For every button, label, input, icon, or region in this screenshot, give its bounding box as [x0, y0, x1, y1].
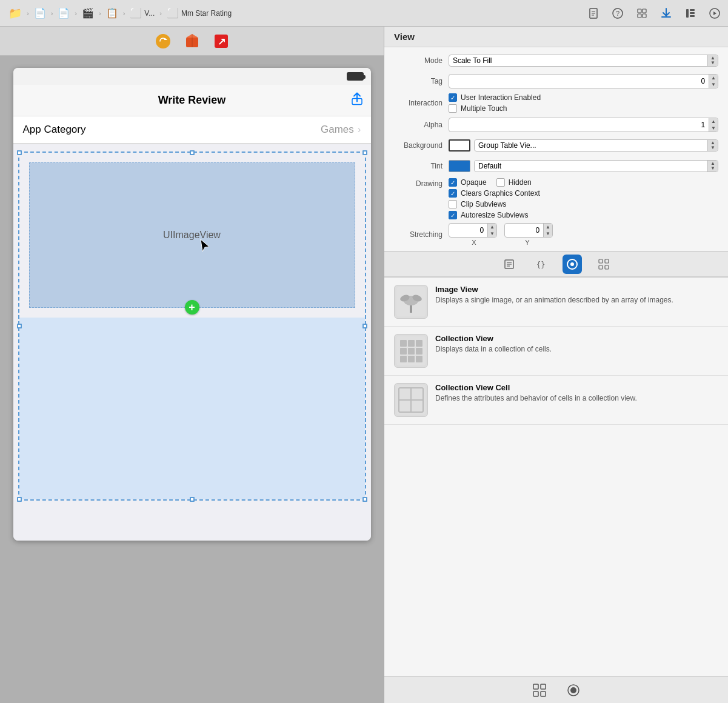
handle-top-right[interactable]	[362, 150, 367, 155]
stretching-x-input[interactable]: 0 ▲▼	[449, 223, 497, 238]
alpha-stepper[interactable]: ▲ ▼	[709, 118, 718, 132]
tint-select[interactable]: Default ▲ ▼	[474, 160, 718, 172]
breadcrumb-folder[interactable]: 📁	[5, 5, 25, 21]
handle-bottom-middle[interactable]	[190, 497, 195, 502]
multiple-touch-row: Multiple Touch	[449, 104, 541, 113]
tag-control: 0 ▲ ▼	[449, 74, 718, 88]
forward-button[interactable]	[706, 5, 723, 22]
clears-graphics-checkbox[interactable]: ✓	[449, 189, 457, 198]
breadcrumb-item-1[interactable]: 📄	[30, 6, 50, 20]
svg-rect-5	[638, 14, 641, 18]
handle-middle-left[interactable]	[17, 324, 22, 328]
svg-rect-28	[605, 259, 609, 263]
collectionview-desc: Displays data in a collection of cells.	[435, 344, 718, 355]
selection-area: UIImageView +	[18, 152, 366, 501]
opaque-checkbox[interactable]: ✓	[449, 178, 457, 187]
svg-point-26	[570, 262, 574, 266]
inspector-header: View	[384, 27, 728, 47]
svg-point-55	[570, 687, 576, 693]
svg-rect-27	[599, 259, 603, 263]
svg-rect-7	[686, 9, 689, 18]
handle-top-middle[interactable]	[190, 150, 195, 155]
multiple-touch-checkbox[interactable]	[449, 104, 457, 113]
cursor	[198, 238, 210, 255]
alpha-row: Alpha 1 ▲ ▼	[394, 116, 718, 133]
imageview-title-text: Image View	[435, 285, 478, 294]
background-arrows[interactable]: ▲ ▼	[707, 140, 718, 151]
handle-bottom-left[interactable]	[17, 497, 22, 502]
tint-swatch[interactable]	[449, 160, 470, 172]
svg-rect-6	[643, 14, 646, 18]
doc-icon-1: 📄	[34, 7, 46, 19]
alpha-input[interactable]: 1 ▲ ▼	[449, 118, 718, 132]
breadcrumb-item-2[interactable]: 📄	[54, 6, 73, 20]
clears-graphics-row: ✓ Clears Graphics Context	[449, 189, 540, 198]
canvas-toolbar: ↗	[0, 27, 384, 56]
stretching-x-stepper[interactable]: ▲▼	[487, 224, 496, 237]
background-swatch[interactable]	[449, 139, 470, 152]
collectionview-text: Collection View Displays data in a colle…	[435, 334, 718, 355]
tag-stepper[interactable]: ▲ ▼	[709, 75, 718, 88]
download-button[interactable]	[658, 5, 675, 22]
svg-rect-8	[690, 9, 695, 11]
share-button[interactable]	[350, 92, 364, 109]
tab-size[interactable]	[563, 255, 582, 274]
inspector-tabs: {}	[384, 252, 728, 277]
clears-graphics-label: Clears Graphics Context	[461, 189, 540, 198]
help-button[interactable]: ?	[609, 5, 626, 22]
mode-arrows[interactable]: ▲ ▼	[707, 55, 718, 66]
library-item-collectionview[interactable]: Collection View Displays data in a colle…	[384, 327, 728, 376]
collectionviewcell-desc: Defines the attributes and behavior of c…	[435, 393, 718, 404]
library-item-collectionviewcell[interactable]: Collection View Cell Defines the attribu…	[384, 376, 728, 425]
svg-text:{}: {}	[536, 261, 545, 269]
tint-arrows[interactable]: ▲ ▼	[707, 161, 718, 172]
handle-bottom-right[interactable]	[362, 497, 367, 502]
svg-rect-52	[533, 691, 538, 696]
clip-subviews-checkbox[interactable]	[449, 200, 457, 208]
tab-connections[interactable]	[594, 255, 613, 274]
exit-tool-button[interactable]: ↗	[212, 32, 231, 51]
app-category-value: Games ›	[321, 124, 361, 136]
tag-input[interactable]: 0 ▲ ▼	[449, 74, 718, 88]
handle-middle-right[interactable]	[362, 324, 367, 328]
mode-control: Scale To Fill ▲ ▼	[449, 55, 718, 67]
user-interaction-checkbox[interactable]: ✓	[449, 93, 457, 102]
chevron-right-icon: ›	[358, 124, 361, 136]
record-bottom-button[interactable]	[564, 681, 583, 700]
autoresize-checkbox[interactable]: ✓	[449, 211, 457, 219]
cube-tool-button[interactable]	[182, 32, 202, 51]
list-icon: 📋	[106, 7, 118, 19]
film-icon: 🎬	[82, 7, 94, 19]
stretching-y-stepper[interactable]: ▲▼	[543, 224, 552, 237]
inspector-button[interactable]	[682, 5, 699, 22]
breadcrumb-item-5[interactable]: ⬜ V...	[126, 6, 158, 20]
grid-bottom-button[interactable]	[530, 681, 549, 700]
imageview-desc: Displays a single image, or an animation…	[435, 295, 718, 305]
tab-identity[interactable]: {}	[531, 255, 550, 274]
library-item-imageview[interactable]: Image View Displays a single image, or a…	[384, 278, 728, 327]
breadcrumb-item-4[interactable]: 📋	[102, 6, 122, 20]
tab-attributes[interactable]	[499, 255, 519, 274]
inspector-title: View	[394, 32, 415, 42]
stretching-y-input[interactable]: 0 ▲▼	[504, 223, 553, 238]
breadcrumb-item-6[interactable]: ⬜ Mm Star Rating	[163, 6, 235, 20]
mode-select[interactable]: Scale To Fill ▲ ▼	[449, 55, 718, 67]
iphone-status-bar	[13, 68, 371, 85]
stretching-y-value: 0	[505, 225, 543, 236]
app-category-row[interactable]: App Category Games ›	[13, 116, 371, 144]
uiimageview-box[interactable]: UIImageView +	[29, 162, 355, 308]
rotate-tool-button[interactable]	[153, 32, 173, 51]
hidden-checkbox[interactable]	[496, 178, 505, 187]
breadcrumb-item-3[interactable]: 🎬	[78, 6, 98, 20]
stretching-y-label: Y	[504, 239, 550, 246]
stretching-x-value: 0	[449, 225, 487, 236]
background-select[interactable]: Group Table Vie... ▲ ▼	[474, 139, 718, 152]
imageview-icon	[394, 285, 428, 319]
handle-top-left[interactable]	[17, 150, 22, 155]
grid-view-button[interactable]	[633, 5, 650, 22]
mode-label: Mode	[394, 56, 449, 65]
new-file-button[interactable]	[585, 5, 602, 22]
svg-rect-51	[541, 684, 546, 689]
svg-rect-39	[416, 340, 422, 347]
breadcrumb-arrow-2: ›	[51, 10, 53, 17]
